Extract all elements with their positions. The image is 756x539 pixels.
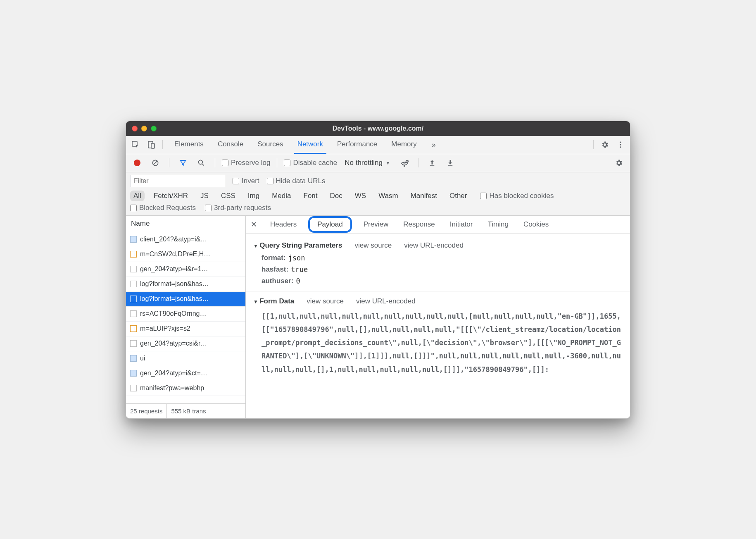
device-toolbar-icon[interactable] xyxy=(144,138,158,152)
file-icon xyxy=(130,355,137,362)
status-bar: 25 requests 555 kB trans xyxy=(126,403,245,418)
request-row[interactable]: gen_204?atyp=csi&r… xyxy=(126,336,245,351)
type-font[interactable]: Font xyxy=(300,191,321,201)
type-filters: All Fetch/XHR JS CSS Img Media Font Doc … xyxy=(130,191,626,201)
request-row[interactable]: m=CnSW2d,DPreE,H… xyxy=(126,247,245,262)
preserve-log-checkbox[interactable]: Preserve log xyxy=(222,159,270,167)
divider xyxy=(162,140,163,149)
file-icon xyxy=(130,296,137,302)
request-row[interactable]: log?format=json&has… xyxy=(126,292,245,307)
kebab-menu-icon[interactable] xyxy=(613,138,628,152)
detail-tab-preview[interactable]: Preview xyxy=(360,219,392,230)
query-view-encoded[interactable]: view URL-encoded xyxy=(404,241,464,250)
network-conditions-icon[interactable] xyxy=(397,156,411,170)
file-icon xyxy=(130,310,137,317)
preserve-log-label: Preserve log xyxy=(231,159,270,167)
file-icon xyxy=(130,385,137,391)
tab-memory[interactable]: Memory xyxy=(388,136,420,154)
request-row[interactable]: ui xyxy=(126,351,245,366)
request-row[interactable]: manifest?pwa=webhp xyxy=(126,381,245,396)
download-har-icon[interactable] xyxy=(443,156,457,170)
throttling-select[interactable]: No throttling ▼ xyxy=(341,159,393,167)
file-icon xyxy=(130,236,137,243)
detail-tab-timing[interactable]: Timing xyxy=(484,219,511,230)
file-icon xyxy=(130,340,137,347)
type-media[interactable]: Media xyxy=(269,191,294,201)
query-view-source[interactable]: view source xyxy=(355,241,392,250)
form-view-source[interactable]: view source xyxy=(307,297,344,305)
request-name: m=aLUfP?xjs=s2 xyxy=(140,325,190,332)
request-name: ui xyxy=(140,355,145,362)
type-doc[interactable]: Doc xyxy=(327,191,346,201)
type-wasm[interactable]: Wasm xyxy=(375,191,402,201)
type-all[interactable]: All xyxy=(130,191,145,201)
blocked-requests-checkbox[interactable]: Blocked Requests xyxy=(130,204,196,212)
form-data-title[interactable]: Form Data xyxy=(253,297,294,305)
invert-label: Invert xyxy=(242,177,259,185)
request-row[interactable]: client_204?&atyp=i&… xyxy=(126,232,245,247)
detail-tab-headers[interactable]: Headers xyxy=(267,219,300,230)
top-toolbar: Elements Console Sources Network Perform… xyxy=(126,136,630,154)
detail-tab-response[interactable]: Response xyxy=(400,219,438,230)
record-icon[interactable] xyxy=(130,156,144,170)
filter-input[interactable] xyxy=(130,175,225,187)
detail-tab-payload[interactable]: Payload xyxy=(308,216,352,233)
request-list: client_204?&atyp=i&…m=CnSW2d,DPreE,H…gen… xyxy=(126,232,245,403)
settings-icon[interactable] xyxy=(598,138,612,152)
type-css[interactable]: CSS xyxy=(218,191,239,201)
request-name: m=CnSW2d,DPreE,H… xyxy=(140,250,210,258)
type-img[interactable]: Img xyxy=(245,191,263,201)
tab-sources[interactable]: Sources xyxy=(254,136,286,154)
main-split: Name client_204?&atyp=i&…m=CnSW2d,DPreE,… xyxy=(126,216,630,418)
svg-point-3 xyxy=(620,142,621,143)
tab-elements[interactable]: Elements xyxy=(171,136,207,154)
query-row: format:json xyxy=(262,254,623,262)
divider xyxy=(593,140,594,149)
form-data-body: [[1,null,null,null,null,null,null,null,n… xyxy=(262,310,623,376)
more-tabs-icon[interactable]: » xyxy=(428,141,440,149)
request-row[interactable]: rs=ACT90oFqOrnng… xyxy=(126,307,245,322)
throttling-label: No throttling xyxy=(345,159,383,167)
tab-performance[interactable]: Performance xyxy=(334,136,380,154)
close-window-icon[interactable] xyxy=(132,126,138,131)
invert-checkbox[interactable]: Invert xyxy=(233,177,259,185)
window-title: DevTools - www.google.com/ xyxy=(126,125,630,132)
hide-data-urls-checkbox[interactable]: Hide data URLs xyxy=(267,177,326,185)
svg-rect-10 xyxy=(430,165,435,166)
tab-network[interactable]: Network xyxy=(294,136,326,154)
tab-console[interactable]: Console xyxy=(214,136,247,154)
search-icon[interactable] xyxy=(194,156,208,170)
type-js[interactable]: JS xyxy=(197,191,212,201)
close-detail-icon[interactable]: ✕ xyxy=(251,220,259,229)
request-name: rs=ACT90oFqOrnng… xyxy=(140,310,207,317)
file-icon xyxy=(130,281,137,287)
type-other[interactable]: Other xyxy=(446,191,471,201)
disable-cache-checkbox[interactable]: Disable cache xyxy=(284,159,337,167)
minimize-window-icon[interactable] xyxy=(141,126,147,131)
type-fetch-xhr[interactable]: Fetch/XHR xyxy=(150,191,191,201)
form-view-encoded[interactable]: view URL-encoded xyxy=(356,297,416,305)
maximize-window-icon[interactable] xyxy=(151,126,157,131)
query-params-title[interactable]: Query String Parameters xyxy=(253,241,342,250)
svg-point-7 xyxy=(198,160,202,164)
detail-tabs: ✕ Headers Payload Preview Response Initi… xyxy=(246,216,630,234)
request-row[interactable]: m=aLUfP?xjs=s2 xyxy=(126,322,245,336)
request-name: manifest?pwa=webhp xyxy=(140,384,204,392)
request-name: log?format=json&has… xyxy=(140,280,209,288)
request-row[interactable]: gen_204?atyp=i&ct=… xyxy=(126,366,245,381)
query-row: hasfast:true xyxy=(262,265,623,274)
detail-tab-initiator[interactable]: Initiator xyxy=(447,219,476,230)
type-ws[interactable]: WS xyxy=(352,191,369,201)
request-row[interactable]: gen_204?atyp=i&r=1… xyxy=(126,262,245,277)
clear-icon[interactable] xyxy=(148,156,162,170)
inspect-element-icon[interactable] xyxy=(128,138,143,152)
has-blocked-cookies-checkbox[interactable]: Has blocked cookies xyxy=(480,192,554,200)
detail-tab-cookies[interactable]: Cookies xyxy=(520,219,552,230)
request-row[interactable]: log?format=json&has… xyxy=(126,277,245,292)
third-party-checkbox[interactable]: 3rd-party requests xyxy=(205,204,271,212)
svg-rect-11 xyxy=(448,165,453,166)
network-settings-icon[interactable] xyxy=(612,156,626,170)
upload-har-icon[interactable] xyxy=(425,156,439,170)
type-manifest[interactable]: Manifest xyxy=(407,191,440,201)
filter-icon[interactable] xyxy=(176,156,190,170)
